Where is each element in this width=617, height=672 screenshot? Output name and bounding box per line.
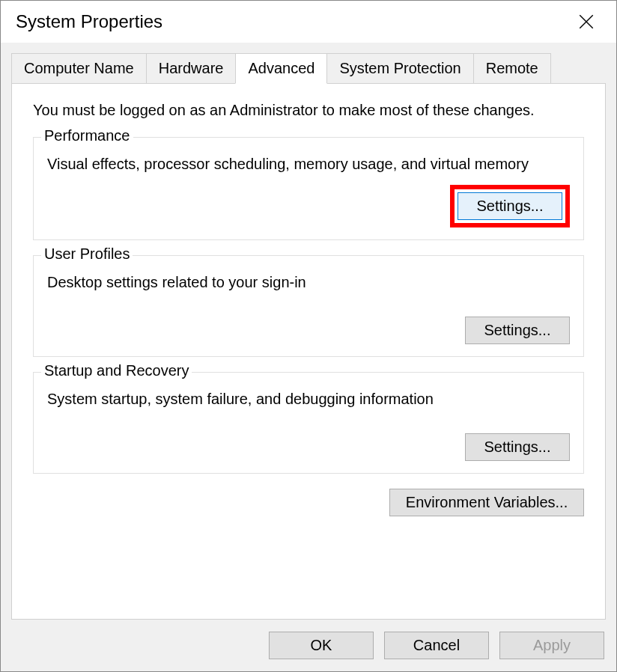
startup-recovery-settings-row: Settings...	[47, 433, 570, 461]
user-profiles-settings-button[interactable]: Settings...	[465, 317, 570, 344]
close-button[interactable]	[568, 8, 604, 35]
admin-note: You must be logged on as an Administrato…	[33, 102, 584, 119]
tab-advanced[interactable]: Advanced	[235, 53, 327, 84]
system-properties-dialog: System Properties Computer Name Hardware…	[0, 0, 617, 672]
startup-recovery-group: Startup and Recovery System startup, sys…	[33, 372, 584, 474]
performance-legend: Performance	[41, 127, 133, 144]
performance-settings-row: Settings...	[47, 185, 570, 227]
user-profiles-desc: Desktop settings related to your sign-in	[47, 272, 570, 293]
startup-recovery-legend: Startup and Recovery	[41, 362, 192, 379]
close-icon	[579, 14, 594, 29]
performance-settings-button[interactable]: Settings...	[458, 192, 562, 220]
user-profiles-group: User Profiles Desktop settings related t…	[33, 255, 584, 357]
startup-recovery-settings-button[interactable]: Settings...	[465, 433, 570, 461]
tab-remote[interactable]: Remote	[473, 53, 551, 83]
highlight-marker: Settings...	[450, 185, 570, 227]
apply-button[interactable]: Apply	[499, 632, 604, 659]
ok-button[interactable]: OK	[269, 632, 374, 659]
tab-hardware[interactable]: Hardware	[146, 53, 237, 83]
tab-system-protection[interactable]: System Protection	[326, 53, 473, 83]
window-title: System Properties	[16, 11, 162, 32]
dialog-footer: OK Cancel Apply	[1, 620, 616, 671]
performance-desc: Visual effects, processor scheduling, me…	[47, 154, 570, 174]
environment-variables-button[interactable]: Environment Variables...	[389, 489, 584, 516]
env-variables-row: Environment Variables...	[33, 489, 584, 516]
startup-recovery-desc: System startup, system failure, and debu…	[47, 389, 570, 409]
advanced-tab-panel: You must be logged on as an Administrato…	[11, 83, 606, 620]
dialog-body: Computer Name Hardware Advanced System P…	[1, 43, 616, 620]
tab-strip: Computer Name Hardware Advanced System P…	[11, 53, 606, 83]
user-profiles-legend: User Profiles	[41, 245, 133, 263]
user-profiles-settings-row: Settings...	[47, 317, 570, 344]
performance-group: Performance Visual effects, processor sc…	[33, 137, 584, 240]
cancel-button[interactable]: Cancel	[384, 632, 489, 659]
titlebar: System Properties	[1, 1, 616, 43]
tab-computer-name[interactable]: Computer Name	[11, 53, 147, 83]
